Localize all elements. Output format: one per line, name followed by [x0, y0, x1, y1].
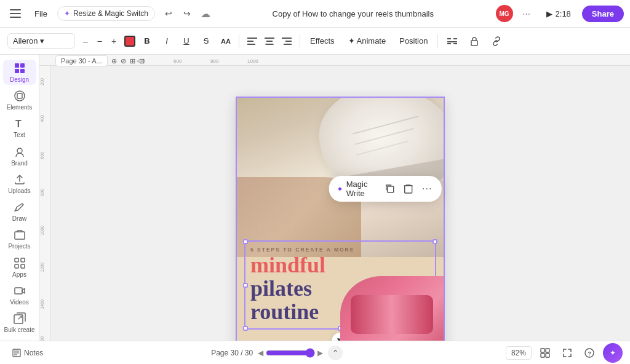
- svg-rect-23: [17, 93, 22, 98]
- more-options-button[interactable]: ···: [420, 180, 434, 197]
- magic-write-popup: ✦ Magic Write: [329, 176, 442, 202]
- effects-button[interactable]: Effects: [305, 34, 340, 48]
- canvas-page-container: ✦ Magic Write: [236, 97, 445, 341]
- page-next-button[interactable]: ▶: [317, 349, 323, 357]
- svg-rect-8: [266, 44, 274, 45]
- font-size-decrease-button[interactable]: –: [79, 34, 92, 48]
- help-icon: ?: [584, 348, 594, 358]
- sidebar-item-draw[interactable]: Draw: [3, 199, 36, 224]
- underline-button[interactable]: U: [178, 33, 194, 49]
- page-slider[interactable]: [266, 348, 315, 358]
- lock-button[interactable]: [465, 32, 484, 50]
- svg-rect-12: [447, 38, 451, 39]
- magic-write-text: ✦ Magic Write: [337, 180, 378, 198]
- sidebar-item-elements[interactable]: Elements: [3, 87, 36, 113]
- dumbbell-area: [340, 276, 444, 341]
- grid-icon: [540, 348, 550, 358]
- align-buttons: [244, 33, 295, 49]
- svg-rect-28: [21, 258, 25, 262]
- status-bar-right: 82% ? ✦: [506, 343, 623, 363]
- notes-label: Notes: [24, 349, 43, 357]
- svg-rect-34: [405, 186, 412, 193]
- align-center-button[interactable]: [261, 33, 277, 49]
- svg-rect-14: [447, 41, 457, 42]
- canvas-subtitle: 5 STEPS TO CREATE A MORE: [250, 247, 430, 253]
- animate-button[interactable]: ✦ Animate: [343, 34, 391, 48]
- fullscreen-button[interactable]: [559, 344, 576, 362]
- help-button[interactable]: ?: [581, 344, 598, 362]
- page-label-button[interactable]: Page 30 - A...: [55, 66, 108, 66]
- text-color-picker[interactable]: [124, 36, 135, 47]
- sidebar-item-uploads[interactable]: Uploads: [3, 171, 36, 196]
- svg-rect-42: [546, 354, 549, 357]
- redo-button[interactable]: ↪: [178, 5, 196, 22]
- sidebar-item-design[interactable]: Design: [3, 60, 36, 85]
- canvas-outer: 200 400 600 800 1000 200 400 600 800 100…: [39, 55, 630, 341]
- star-button[interactable]: ⋯: [518, 5, 535, 22]
- align-right-button[interactable]: [279, 33, 295, 49]
- grid-view-button[interactable]: [536, 344, 554, 362]
- align-left-icon: [247, 38, 257, 45]
- collapse-button[interactable]: ⌃: [328, 346, 343, 360]
- grid-spacing-button[interactable]: [443, 32, 461, 50]
- more-icon: ···: [422, 183, 432, 194]
- svg-rect-30: [21, 264, 25, 268]
- handle-middle-left[interactable]: [243, 283, 248, 288]
- page-prev-button[interactable]: ◀: [258, 349, 263, 357]
- text-size-button[interactable]: AA: [218, 33, 234, 49]
- projects-label: Projects: [8, 243, 30, 250]
- italic-button[interactable]: I: [159, 33, 175, 49]
- sidebar-item-projects[interactable]: Projects: [3, 227, 36, 252]
- align-left-button[interactable]: [244, 33, 260, 49]
- brand-label: Brand: [11, 160, 28, 167]
- svg-point-25: [17, 148, 22, 153]
- position-button[interactable]: Position: [394, 34, 433, 48]
- sidebar-item-text[interactable]: T Text: [3, 116, 36, 141]
- undo-button[interactable]: ↩: [160, 5, 177, 22]
- animate-label: Animate: [357, 36, 386, 46]
- history-buttons: ↩ ↪: [160, 5, 196, 22]
- font-selector[interactable]: Aileron ▾: [7, 33, 75, 49]
- handle-top-right[interactable]: [433, 239, 437, 244]
- sidebar-item-brand[interactable]: Brand: [3, 143, 36, 168]
- bold-button[interactable]: B: [139, 33, 155, 49]
- canvas-scroll-area[interactable]: Page 30 - A... ⊕ ⊘ ⊞ ⊡ ✦ Magic Write: [50, 66, 630, 341]
- share-button[interactable]: Share: [582, 6, 624, 22]
- lock-icon: [470, 36, 479, 46]
- cloud-save-icon: ☁: [201, 8, 210, 20]
- sidebar-item-bulk-create[interactable]: Bulk create: [3, 311, 36, 336]
- play-icon: ▶: [546, 9, 552, 18]
- font-name: Aileron: [13, 36, 38, 46]
- sidebar-item-videos[interactable]: Videos: [3, 282, 36, 307]
- link-button[interactable]: [487, 32, 506, 50]
- main-area: Design Elements T Text Brand: [0, 55, 630, 341]
- font-size-increase-button[interactable]: +: [107, 34, 121, 48]
- svg-rect-3: [247, 38, 257, 39]
- copy-button[interactable]: [383, 180, 396, 197]
- canvas-page[interactable]: 5 STEPS TO CREATE A MORE mindful pilates…: [236, 97, 445, 341]
- projects-icon: [14, 229, 26, 241]
- menu-button[interactable]: [6, 4, 25, 23]
- handle-top-left[interactable]: [243, 239, 248, 244]
- strikethrough-button[interactable]: S: [198, 33, 214, 49]
- sidebar-item-apps[interactable]: Apps: [3, 255, 36, 280]
- divider: [239, 34, 239, 48]
- handle-bottom-left[interactable]: [243, 326, 248, 331]
- delete-button[interactable]: [402, 180, 415, 197]
- file-button[interactable]: File: [30, 7, 52, 21]
- top-bar: File ✦ Resize & Magic Switch ↩ ↪ ☁ Copy …: [0, 0, 630, 28]
- page-info: Page 30 / 30: [211, 349, 253, 357]
- notes-button[interactable]: Notes: [7, 346, 48, 360]
- canva-assistant-button[interactable]: ✦: [603, 343, 623, 363]
- magic-write-label: Magic Write: [346, 180, 378, 198]
- link-icon: [492, 36, 501, 46]
- align-right-icon: [282, 38, 292, 45]
- play-time: 2:18: [556, 9, 571, 18]
- page-nav: Page 30 - A... ⊕ ⊘ ⊞ ⊡: [55, 66, 145, 66]
- resize-magic-switch-button[interactable]: ✦ Resize & Magic Switch: [57, 6, 155, 21]
- play-button[interactable]: ▶ 2:18: [540, 7, 577, 21]
- copy-icon: [385, 184, 394, 194]
- top-bar-left: File ✦ Resize & Magic Switch ↩ ↪ ☁: [6, 4, 210, 23]
- toolbar: Aileron ▾ – – + B I U S AA Effects ✦ A: [0, 28, 630, 55]
- zoom-level-button[interactable]: 82%: [506, 346, 532, 360]
